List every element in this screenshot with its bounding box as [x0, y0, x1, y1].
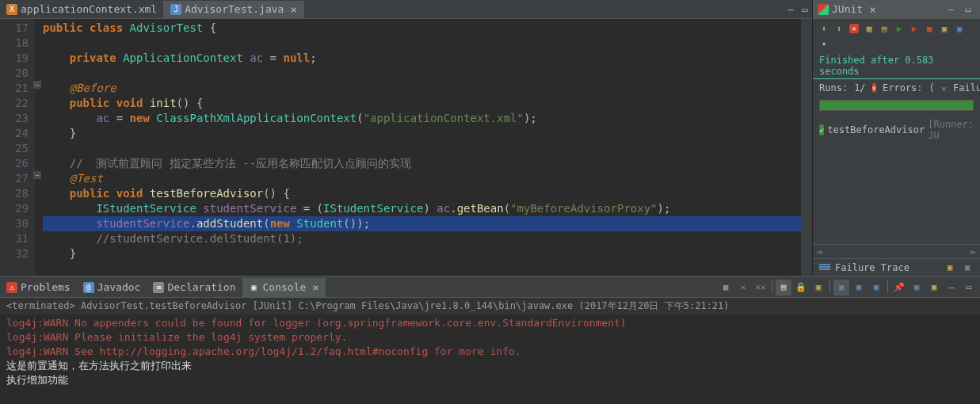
- maximize-icon[interactable]: ▭: [961, 2, 975, 17]
- line-number[interactable]: 18: [0, 36, 29, 51]
- file-icon: J: [170, 4, 181, 15]
- junit-test-item[interactable]: ✓testBeforeAdvisor [Runner: JU: [819, 119, 974, 141]
- failure-icon: ✕: [941, 83, 947, 93]
- history-icon[interactable]: ▣: [938, 22, 951, 35]
- console-max-icon[interactable]: ▭: [961, 280, 977, 295]
- code-line[interactable]: public void init() {: [43, 96, 801, 111]
- pin-icon[interactable]: ▣: [953, 22, 966, 35]
- tab-label: applicationContext.xml: [21, 3, 157, 15]
- minimize-icon[interactable]: —: [784, 2, 798, 17]
- console-min-icon[interactable]: —: [944, 280, 959, 295]
- pin-console-icon[interactable]: 📌: [891, 280, 907, 295]
- runs-label: Runs:: [819, 82, 848, 93]
- code-line[interactable]: //studentService.delStudent(1);: [43, 231, 801, 246]
- editor-tab[interactable]: XapplicationContext.xml: [0, 1, 164, 18]
- lock-scroll-icon[interactable]: ▦: [863, 22, 875, 35]
- line-number[interactable]: 23: [0, 111, 29, 126]
- tab-icon: ≡: [153, 282, 164, 293]
- runs-value: 1/: [854, 82, 865, 93]
- code-line[interactable]: public class AdvisorTest {: [43, 21, 801, 36]
- line-number[interactable]: 21: [0, 81, 29, 96]
- junit-tree[interactable]: ✓testBeforeAdvisor [Runner: JU: [813, 114, 980, 244]
- bottom-tab-problems[interactable]: ⚠Problems: [0, 278, 77, 297]
- line-number[interactable]: 20: [0, 66, 29, 81]
- junit-title: JUnit: [832, 3, 863, 15]
- junit-scrollbar[interactable]: ◄►: [813, 244, 980, 258]
- close-icon[interactable]: ×: [869, 3, 875, 16]
- test-name: testBeforeAdvisor: [827, 124, 925, 135]
- junit-panel: JUnit × — ▭ ⬇ ⬆ ✕ ▦ ▤ ▶ ▶ ■ ▣ ▣ ▾ Finish…: [812, 0, 980, 276]
- junit-tab[interactable]: JUnit × — ▭: [813, 0, 980, 19]
- line-number[interactable]: 17: [0, 21, 29, 36]
- menu-icon[interactable]: ▾: [818, 37, 830, 50]
- prev-fail-icon[interactable]: ⬆: [833, 22, 845, 35]
- show-stdout-icon[interactable]: ▣: [851, 280, 867, 295]
- code-line[interactable]: [43, 36, 801, 51]
- junit-stats: Runs: 1/ ✕ Errors: ( ✕ Failures: (: [813, 79, 980, 97]
- terminate-relaunch-icon[interactable]: ■: [718, 280, 734, 295]
- bottom-tab-javadoc[interactable]: @Javadoc: [77, 278, 147, 297]
- rerun-icon[interactable]: ▶: [893, 22, 906, 35]
- stop-icon[interactable]: ■: [923, 22, 936, 35]
- editor-tab[interactable]: JAdvisorTest.java×: [164, 1, 304, 18]
- code-line[interactable]: studentService.addStudent(new Student())…: [43, 216, 801, 231]
- maximize-icon[interactable]: ▭: [798, 2, 812, 17]
- compare-icon[interactable]: ▣: [961, 261, 974, 274]
- next-fail-icon[interactable]: ⬇: [818, 22, 830, 35]
- editor-panel: XapplicationContext.xmlJAdvisorTest.java…: [0, 0, 812, 276]
- tab-label: Javadoc: [97, 281, 141, 293]
- code-line[interactable]: @Test: [43, 171, 801, 186]
- close-icon[interactable]: ×: [312, 281, 318, 294]
- line-number[interactable]: 26: [0, 156, 29, 171]
- code-line[interactable]: // 测试前置顾问 指定某些方法 --应用名称匹配切入点顾问的实现: [43, 156, 801, 171]
- code-line[interactable]: [43, 66, 801, 81]
- line-number[interactable]: 24: [0, 126, 29, 141]
- new-console-icon[interactable]: ▣: [926, 280, 942, 295]
- remove-all-icon[interactable]: ✕✕: [753, 280, 768, 295]
- code-body[interactable]: public class AdvisorTest { private Appli…: [35, 19, 801, 276]
- code-editor[interactable]: 17181920212223242526272829303132 public …: [0, 19, 812, 276]
- line-number[interactable]: 30: [0, 216, 29, 231]
- code-line[interactable]: [43, 141, 801, 156]
- clear-console-icon[interactable]: ▤: [776, 280, 791, 295]
- line-number[interactable]: 22: [0, 96, 29, 111]
- line-number[interactable]: 28: [0, 186, 29, 201]
- code-line[interactable]: IStudentService studentService = (IStude…: [43, 201, 801, 216]
- open-console-icon[interactable]: ▣: [909, 280, 925, 295]
- minimize-icon[interactable]: —: [944, 2, 958, 17]
- code-line[interactable]: }: [43, 246, 801, 261]
- show-fail-icon[interactable]: ✕: [848, 22, 860, 35]
- code-line[interactable]: }: [43, 126, 801, 141]
- code-line[interactable]: private ApplicationContext ac = null;: [43, 51, 801, 66]
- bottom-tab-console[interactable]: ▣Console×: [242, 278, 326, 297]
- tab-label: Declaration: [167, 281, 235, 293]
- word-wrap-icon[interactable]: ▣: [810, 280, 826, 295]
- filter-icon[interactable]: ▣: [944, 261, 956, 274]
- line-number[interactable]: 32: [0, 246, 29, 261]
- display-console-icon[interactable]: ▣: [833, 280, 849, 295]
- console-output[interactable]: log4j:WARN No appenders could be found f…: [0, 314, 980, 389]
- tab-icon: ▣: [249, 282, 260, 293]
- scroll-lock-icon[interactable]: 🔒: [793, 280, 809, 295]
- line-number[interactable]: 19: [0, 51, 29, 66]
- console-line: log4j:WARN See http://logging.apache.org…: [6, 345, 974, 359]
- line-number[interactable]: 31: [0, 231, 29, 246]
- bottom-tab-bar: ⚠Problems@Javadoc≡Declaration▣Console× ■…: [0, 277, 980, 298]
- failure-trace-label: Failure Trace: [835, 262, 909, 273]
- close-icon[interactable]: ×: [290, 3, 296, 16]
- show-stderr-icon[interactable]: ▣: [868, 280, 884, 295]
- bottom-tab-declaration[interactable]: ≡Declaration: [147, 278, 242, 297]
- code-line[interactable]: @Before: [43, 81, 801, 96]
- tab-icon: @: [83, 282, 94, 293]
- code-line[interactable]: ac = new ClassPathXmlApplicationContext(…: [43, 111, 801, 126]
- line-number[interactable]: 29: [0, 201, 29, 216]
- rerun-fail-icon[interactable]: ▶: [908, 22, 921, 35]
- code-line[interactable]: public void testBeforeAdvisor() {: [43, 186, 801, 201]
- tab-label: Problems: [21, 281, 71, 293]
- overview-ruler[interactable]: [801, 19, 812, 276]
- line-number[interactable]: 27: [0, 171, 29, 186]
- layout-icon[interactable]: ▤: [878, 22, 890, 35]
- errors-label: Errors:: [883, 82, 923, 93]
- remove-launch-icon[interactable]: ✕: [735, 280, 751, 295]
- line-number[interactable]: 25: [0, 141, 29, 156]
